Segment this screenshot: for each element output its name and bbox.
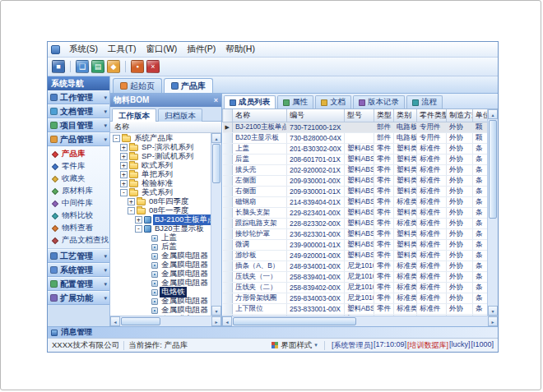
bom-version-tab[interactable]: 工作版本	[112, 108, 156, 122]
nav-item[interactable]: 物料查看	[48, 222, 109, 234]
table-hscroll[interactable]: ◂ ▸	[222, 316, 498, 326]
tree-vscroll-thumb[interactable]	[212, 144, 220, 183]
detail-tab[interactable]: 成员列表	[224, 95, 276, 108]
nav-item[interactable]: 产品库	[48, 148, 109, 160]
menu-item[interactable]: 插件(P)	[182, 42, 220, 57]
nav-item[interactable]: 中间件库	[48, 197, 109, 210]
tree-vscroll[interactable]: ▴ ▾	[211, 133, 221, 316]
scroll-left-icon[interactable]: ◂	[110, 316, 120, 326]
table-cell: 塑料类	[394, 154, 417, 164]
nav-group-header[interactable]: 扩展功能▾	[48, 291, 109, 305]
tree-column-header[interactable]: 名称	[110, 122, 221, 133]
nav-group-header[interactable]: 配置管理▾	[48, 277, 109, 291]
table-cell: 游纱板	[233, 250, 287, 261]
table-row[interactable]: BJ20主显示板730-B28000-04X部件电路板专用件外协颗	[223, 132, 488, 143]
table-hscroll-thumb[interactable]	[233, 317, 356, 325]
lock-icon[interactable]: ▪	[131, 60, 144, 73]
collapse-icon[interactable]: -	[128, 207, 135, 214]
table-cell: 零件	[374, 271, 394, 282]
expand-icon[interactable]: +	[120, 162, 128, 169]
expand-icon[interactable]: +	[120, 153, 128, 160]
nav-group-header[interactable]: 工艺管理▾	[48, 249, 109, 263]
table-row[interactable]: 上盖201-B30302-00X塑料ABS零件塑料类标准件外协条	[223, 143, 488, 154]
exit-icon[interactable]: ×	[146, 60, 160, 73]
expand-icon[interactable]: +	[120, 180, 128, 187]
table-row[interactable]: 拔头壳202-920002-01X塑料ABS零件塑料类标准件外协条	[223, 164, 488, 175]
collapse-icon[interactable]: -	[113, 135, 120, 142]
table-row[interactable]: 接纱轮护罩236-823301-00X塑料ABS零件塑料类标准件外协条	[223, 228, 488, 239]
nav-group-header[interactable]: 项目管理▾	[48, 118, 109, 132]
chevron-down-icon[interactable]: ▾	[314, 342, 318, 348]
doc-tab[interactable]: 起始页	[113, 78, 162, 93]
table-vscroll[interactable]: ▴ ▾	[487, 109, 498, 316]
table-row[interactable]: 后盖208-601701-01X塑料ABS零件塑料类标准件外协条	[223, 154, 488, 164]
nav-group-header[interactable]: 文档管理▾	[48, 104, 109, 118]
cascade-windows-icon[interactable]: ❑	[76, 60, 89, 73]
detail-tab[interactable]: 流程	[406, 95, 443, 108]
message-panel-header[interactable]: 消息管理	[48, 326, 498, 338]
scroll-right-icon[interactable]: ▸	[488, 316, 498, 326]
column-header[interactable]: 型号	[345, 109, 374, 122]
scroll-right-icon[interactable]: ▸	[211, 316, 221, 326]
expand-icon[interactable]: +	[128, 198, 135, 205]
table-row[interactable]: 磁钢扇214-839404-01X塑料ABS零件标准类标准件外协条	[223, 196, 488, 207]
scroll-down-icon[interactable]: ▾	[488, 306, 498, 316]
scroll-up-icon[interactable]: ▴	[211, 133, 221, 143]
table-row[interactable]: 长脑头支架229-823401-00X塑料ABS零件塑料类标准件外协条	[223, 207, 488, 218]
table-vscroll-thumb[interactable]	[489, 120, 497, 219]
collapse-icon[interactable]: -	[135, 225, 142, 233]
nav-item[interactable]: 收藏夹	[48, 173, 109, 185]
table-row[interactable]: 插条（A、B）248-934001-00X尼龙1010零件标准类标准件外协条	[223, 261, 488, 271]
menu-item[interactable]: 窗口(W)	[141, 42, 182, 57]
menu-item[interactable]: 工具(T)	[103, 42, 141, 57]
expand-icon[interactable]: +	[135, 216, 142, 224]
nav-group-header[interactable]: 工作管理▾	[48, 90, 109, 104]
detail-tab[interactable]: 属性	[277, 95, 313, 108]
doc-tab[interactable]: 产品库	[164, 78, 213, 93]
nav-group-header[interactable]: 系统管理▾	[48, 263, 109, 277]
scroll-down-icon[interactable]: ▾	[211, 306, 221, 316]
scroll-left-icon[interactable]: ◂	[222, 316, 232, 326]
table-row[interactable]: 压线夹（一）258-839401-00X尼龙1010零件标准类标准件外协条	[223, 271, 488, 282]
column-header[interactable]: 零件类型	[417, 109, 447, 122]
bom-version-tab[interactable]: 归档版本	[158, 108, 202, 122]
table-row[interactable]: 跟踪电路支架228-823302-00X塑料ABS零件标准类标准件外协条	[223, 218, 488, 228]
close-icon[interactable]: ×	[214, 96, 218, 104]
detail-tab[interactable]: 文档	[315, 95, 351, 108]
column-header[interactable]: 类别	[394, 109, 417, 122]
scroll-up-icon[interactable]: ▴	[488, 109, 498, 119]
nav-item[interactable]: 物料比较	[48, 210, 109, 222]
table-row[interactable]: 游纱板249-920001-00X塑料ABS零件塑料类标准件外协条	[223, 250, 488, 261]
nav-item[interactable]: 产品文档查找	[48, 234, 109, 247]
home-icon[interactable]: ■	[52, 60, 65, 73]
expand-icon[interactable]: +	[120, 144, 128, 151]
nav-group-header[interactable]: 产品管理▾	[48, 132, 109, 146]
table-row[interactable]: 上下限位253-833001-00X塑料ABS零件标准类标准件外协条	[223, 303, 488, 314]
table-cell: 条	[473, 239, 488, 250]
interface-style-icon[interactable]: ◆	[107, 60, 120, 73]
table-row[interactable]: 微调239-900001-01X塑料ABS零件塑料类标准件外协条	[223, 239, 488, 250]
column-header[interactable]: 类型	[374, 109, 394, 122]
table-row[interactable]: ▶BJ-2100主板单点730-T21000-12X部件电路板专用件外协颗	[223, 122, 488, 132]
tree-hscroll-thumb[interactable]	[121, 317, 160, 325]
menu-item[interactable]: 帮助(H)	[220, 42, 260, 57]
table-cell: 塑料类	[394, 186, 417, 196]
collapse-icon[interactable]: -	[120, 189, 128, 196]
column-header[interactable]: 制造方式	[447, 109, 473, 122]
nav-item[interactable]: 原材料库	[48, 185, 109, 197]
expand-icon[interactable]: +	[120, 171, 128, 178]
table-row[interactable]: 方形骨架线圈259-834003-00X尼龙1010零件标准类标准件外协条	[223, 293, 488, 303]
style-selector[interactable]: 界面样式	[281, 340, 312, 351]
table-cell: 压线夹（一）	[233, 271, 287, 282]
column-header[interactable]: 编号	[287, 109, 345, 122]
table-row[interactable]: 右侧面209-930001-01X塑料ABS零件塑料类标准件外协条	[223, 186, 488, 196]
nav-item[interactable]: 零件库	[48, 160, 109, 173]
column-header[interactable]: 单位	[473, 109, 488, 122]
table-row[interactable]: 压线夹（二）258-839402-00X尼龙1010零件标准类标准件外协条	[223, 282, 488, 293]
tile-windows-icon[interactable]: ▤	[91, 60, 104, 73]
detail-tab[interactable]: 版本记录	[353, 95, 405, 108]
menu-item[interactable]: 系统(S)	[64, 42, 103, 57]
column-header[interactable]: 名称	[233, 109, 287, 122]
tree-hscroll[interactable]: ◂ ▸	[110, 316, 221, 326]
table-row[interactable]: 左侧面209-930001-00X塑料ABS零件塑料类标准件外协条	[223, 175, 488, 186]
